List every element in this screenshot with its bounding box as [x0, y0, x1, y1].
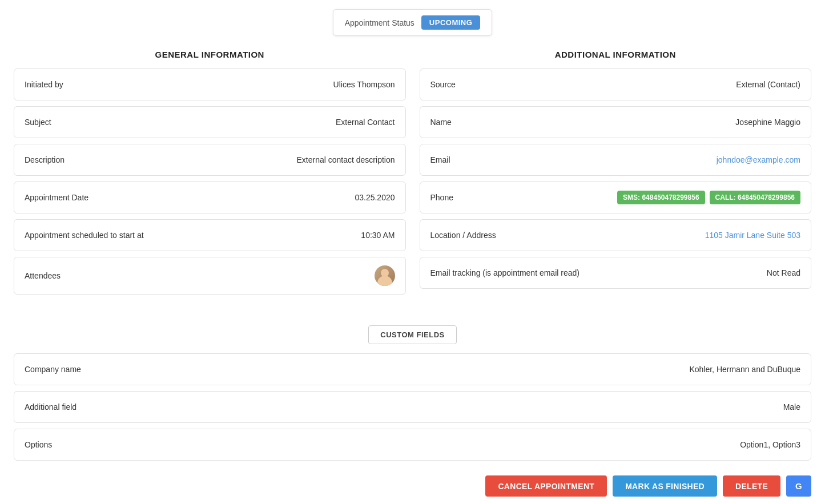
additional-field-label: Additional field: [25, 402, 77, 412]
name-label: Name: [430, 118, 452, 127]
email-label: Email: [430, 155, 450, 164]
subject-row: Subject External Contact: [14, 106, 406, 138]
initiated-by-value: Ulices Thompson: [333, 80, 395, 89]
additional-info-title: ADDITIONAL INFORMATION: [420, 50, 812, 59]
options-value: Option1, Option3: [740, 440, 800, 449]
options-row: Options Option1, Option3: [14, 429, 811, 461]
email-tracking-label: Email tracking (is appointment email rea…: [430, 268, 579, 277]
phone-label: Phone: [430, 193, 453, 202]
company-name-row: Company name Kohler, Hermann and DuBuque: [14, 353, 811, 385]
footer-actions: CANCEL APPOINTMENT MARK AS FINISHED DELE…: [0, 466, 825, 504]
name-row: Name Josephine Maggio: [420, 106, 812, 138]
status-badge: UPCOMING: [421, 15, 481, 30]
additional-field-value: Male: [783, 402, 800, 412]
email-tracking-value: Not Read: [767, 268, 800, 277]
email-tracking-row: Email tracking (is appointment email rea…: [420, 257, 812, 289]
appointment-start-value: 10:30 AM: [361, 231, 395, 240]
general-info-title: GENERAL INFORMATION: [14, 50, 406, 59]
company-name-label: Company name: [25, 365, 81, 374]
sms-badge[interactable]: SMS: 648450478299856: [617, 191, 705, 204]
g-button[interactable]: G: [786, 475, 811, 497]
call-badge[interactable]: CALL: 648450478299856: [710, 191, 800, 204]
additional-info-panel: ADDITIONAL INFORMATION Source External (…: [420, 50, 812, 300]
phone-badges: SMS: 648450478299856 CALL: 6484504782998…: [617, 191, 800, 204]
appointment-date-value: 03.25.2020: [355, 193, 395, 202]
appointment-date-label: Appointment Date: [25, 193, 88, 202]
attendees-row: Attendees: [14, 257, 406, 295]
email-value[interactable]: johndoe@example.com: [717, 155, 800, 164]
appointment-start-row: Appointment scheduled to start at 10:30 …: [14, 219, 406, 251]
main-content: GENERAL INFORMATION Initiated by Ulices …: [0, 50, 825, 314]
status-bar: Appointment Status UPCOMING: [0, 0, 825, 50]
custom-fields-button[interactable]: CUSTOM FIELDS: [368, 325, 456, 344]
description-row: Description External contact description: [14, 144, 406, 176]
custom-fields-rows: Company name Kohler, Hermann and DuBuque…: [0, 353, 825, 461]
attendees-avatars: [375, 265, 395, 286]
delete-button[interactable]: DELETE: [723, 475, 780, 497]
name-value: Josephine Maggio: [735, 118, 800, 127]
initiated-by-label: Initiated by: [25, 80, 63, 89]
description-label: Description: [25, 155, 65, 164]
appointment-date-row: Appointment Date 03.25.2020: [14, 182, 406, 213]
appointment-status-pill: Appointment Status UPCOMING: [333, 9, 493, 36]
general-info-panel: GENERAL INFORMATION Initiated by Ulices …: [14, 50, 406, 300]
description-value: External contact description: [297, 155, 395, 164]
location-value[interactable]: 1105 Jamir Lane Suite 503: [705, 231, 800, 240]
status-label: Appointment Status: [345, 18, 414, 27]
source-label: Source: [430, 80, 456, 89]
location-row: Location / Address 1105 Jamir Lane Suite…: [420, 219, 812, 251]
mark-finished-button[interactable]: MARK AS FINISHED: [613, 475, 717, 497]
subject-value: External Contact: [336, 118, 395, 127]
source-value: External (Contact): [736, 80, 800, 89]
appointment-start-label: Appointment scheduled to start at: [25, 231, 144, 240]
custom-fields-section: CUSTOM FIELDS: [0, 325, 825, 344]
email-row: Email johndoe@example.com: [420, 144, 812, 176]
attendees-label: Attendees: [25, 271, 61, 280]
initiated-by-row: Initiated by Ulices Thompson: [14, 68, 406, 100]
options-label: Options: [25, 440, 52, 449]
phone-row: Phone SMS: 648450478299856 CALL: 6484504…: [420, 182, 812, 213]
cancel-appointment-button[interactable]: CANCEL APPOINTMENT: [485, 475, 607, 497]
subject-label: Subject: [25, 118, 51, 127]
additional-field-row: Additional field Male: [14, 391, 811, 423]
source-row: Source External (Contact): [420, 68, 812, 100]
company-name-value: Kohler, Hermann and DuBuque: [689, 365, 800, 374]
location-label: Location / Address: [430, 231, 496, 240]
attendee-avatar: [375, 265, 395, 286]
